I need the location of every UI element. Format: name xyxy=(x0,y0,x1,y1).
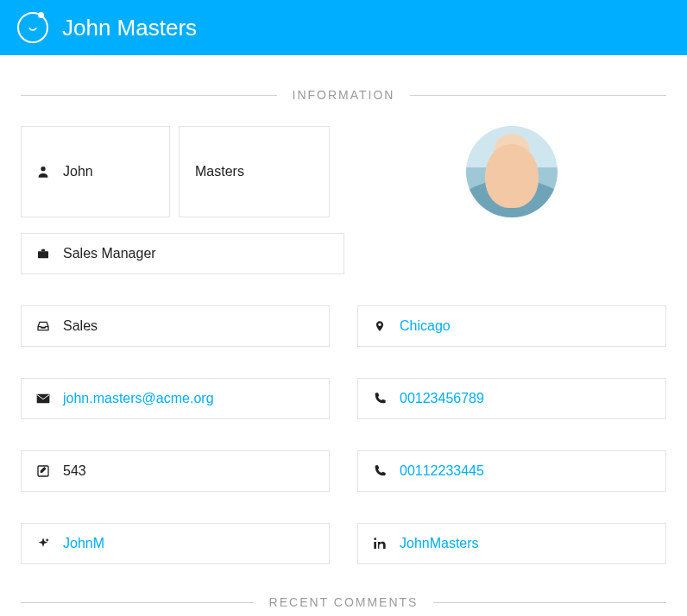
department-field[interactable]: Sales xyxy=(21,305,330,347)
svg-rect-2 xyxy=(37,394,50,404)
page-title: John Masters xyxy=(62,15,197,41)
sparkle-icon xyxy=(35,537,51,550)
linkedin-icon xyxy=(372,537,388,550)
last-name-value: Masters xyxy=(195,164,244,179)
map-pin-icon xyxy=(372,318,388,334)
section-header-recent-comments: RECENT COMMENTS xyxy=(21,595,666,609)
inbox-icon xyxy=(35,319,51,333)
first-name-field[interactable]: John xyxy=(21,126,170,217)
svg-rect-4 xyxy=(374,542,376,549)
job-title-field[interactable]: Sales Manager xyxy=(21,233,344,274)
phone1-value[interactable]: 00123456789 xyxy=(400,391,484,406)
twitter-value[interactable]: JohnM xyxy=(63,536,104,551)
edit-square-icon xyxy=(35,464,51,478)
job-title-value: Sales Manager xyxy=(63,246,156,261)
person-icon xyxy=(35,165,51,179)
extension-field[interactable]: 543 xyxy=(21,450,330,492)
linkedin-field[interactable]: JohnMasters xyxy=(357,523,666,564)
location-field[interactable]: Chicago xyxy=(357,305,666,347)
linkedin-value[interactable]: JohnMasters xyxy=(400,536,479,551)
email-field[interactable]: john.masters@acme.org xyxy=(21,378,330,419)
svg-point-0 xyxy=(41,167,45,171)
last-name-field[interactable]: Masters xyxy=(179,126,330,217)
location-value[interactable]: Chicago xyxy=(400,318,451,334)
phone1-field[interactable]: 00123456789 xyxy=(357,378,666,419)
phone2-value[interactable]: 00112233445 xyxy=(400,463,484,479)
svg-point-5 xyxy=(374,537,376,540)
first-name-value: John xyxy=(63,164,93,179)
twitter-field[interactable]: JohnM xyxy=(21,523,330,564)
phone-icon xyxy=(372,392,388,405)
app-logo-icon xyxy=(17,12,48,43)
department-value: Sales xyxy=(63,318,98,334)
email-value[interactable]: john.masters@acme.org xyxy=(63,391,214,406)
envelope-icon xyxy=(35,393,51,404)
phone2-field[interactable]: 00112233445 xyxy=(357,450,666,492)
profile-avatar[interactable] xyxy=(466,126,558,217)
phone-icon xyxy=(372,464,388,478)
page-header: John Masters xyxy=(0,0,687,55)
section-header-information: INFORMATION xyxy=(21,88,666,102)
svg-rect-1 xyxy=(38,251,48,258)
extension-value: 543 xyxy=(63,463,86,479)
briefcase-icon xyxy=(35,247,51,261)
